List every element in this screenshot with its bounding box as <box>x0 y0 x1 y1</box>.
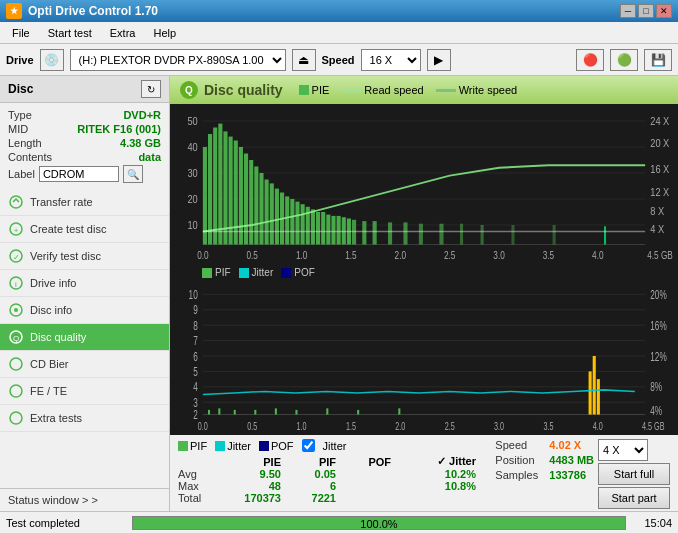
sidebar-item-cd-bier[interactable]: CD Bier <box>0 351 169 378</box>
sidebar-item-create-test-disc[interactable]: + Create test disc <box>0 216 169 243</box>
eject-button[interactable]: ⏏ <box>292 49 316 71</box>
sidebar-nav: Transfer rate + Create test disc ✓ Verif… <box>0 189 169 488</box>
stats-table: PIE PIF POF ✓ Jitter Avg 9.50 0.05 <box>178 455 476 504</box>
jitter-checkbox[interactable] <box>302 439 315 452</box>
close-button[interactable]: ✕ <box>656 4 672 18</box>
svg-text:16 X: 16 X <box>650 162 669 175</box>
sidebar-label-fe-te: FE / TE <box>30 385 67 397</box>
cd-bier-icon <box>8 356 24 372</box>
svg-rect-63 <box>316 212 320 245</box>
svg-text:16%: 16% <box>650 319 666 332</box>
max-pif: 6 <box>281 480 336 492</box>
svg-text:2.5: 2.5 <box>445 421 455 433</box>
total-pif: 7221 <box>281 492 336 504</box>
type-label: Type <box>8 109 32 121</box>
sidebar-item-fe-te[interactable]: FE / TE <box>0 378 169 405</box>
sidebar-label-disc-quality: Disc quality <box>30 331 86 343</box>
svg-text:20 X: 20 X <box>650 136 669 149</box>
total-pie: 170373 <box>216 492 281 504</box>
drive-info-icon: i <box>8 275 24 291</box>
svg-text:20%: 20% <box>650 288 666 301</box>
svg-rect-62 <box>311 209 315 244</box>
start-full-button[interactable]: Start full <box>598 463 670 485</box>
svg-rect-81 <box>604 226 606 244</box>
sidebar-item-drive-info[interactable]: i Drive info <box>0 270 169 297</box>
disc-quality-icon-badge: Q <box>180 81 198 99</box>
start-part-button[interactable]: Start part <box>598 487 670 509</box>
menu-start-test[interactable]: Start test <box>40 25 100 41</box>
pif-header: PIF <box>281 455 336 468</box>
svg-rect-116 <box>208 410 210 415</box>
menu-extra[interactable]: Extra <box>102 25 144 41</box>
save-button[interactable]: 💾 <box>644 49 672 71</box>
drive-label: Drive <box>6 54 34 66</box>
svg-rect-121 <box>295 410 297 415</box>
svg-text:9: 9 <box>193 304 198 317</box>
svg-text:10: 10 <box>187 218 197 231</box>
pif-legend-color <box>202 268 212 278</box>
extra-tests-icon <box>8 410 24 426</box>
buttons-section: 4 X Start full Start part <box>598 439 670 509</box>
status-text: Test completed <box>6 517 126 529</box>
svg-text:4 X: 4 X <box>650 222 664 235</box>
stats-section: PIF Jitter POF Jitter <box>178 439 491 504</box>
svg-rect-124 <box>398 408 400 414</box>
transfer-rate-icon <box>8 194 24 210</box>
status-window-button[interactable]: Status window > > <box>0 489 169 511</box>
max-label: Max <box>178 480 216 492</box>
svg-text:6: 6 <box>193 350 198 363</box>
samples-value: 133786 <box>549 469 586 481</box>
legend: PIE Read speed Write speed <box>299 84 518 96</box>
write-speed-legend-label: Write speed <box>459 84 518 96</box>
disc-quality-icon: Q <box>8 329 24 345</box>
sidebar-footer: Status window > > <box>0 488 169 511</box>
sidebar-item-extra-tests[interactable]: Extra tests <box>0 405 169 432</box>
speed-select[interactable]: 16 X <box>361 49 421 71</box>
contents-value: data <box>138 151 161 163</box>
svg-text:4.5 GB: 4.5 GB <box>647 250 673 261</box>
svg-text:1.0: 1.0 <box>297 421 307 433</box>
title-bar: ★ Opti Drive Control 1.70 ─ □ ✕ <box>0 0 678 22</box>
sidebar-item-transfer-rate[interactable]: Transfer rate <box>0 189 169 216</box>
max-jitter: 10.8% <box>411 480 476 492</box>
drive-select[interactable]: (H:) PLEXTOR DVDR PX-890SA 1.00 <box>70 49 286 71</box>
svg-rect-73 <box>388 222 392 244</box>
minimize-button[interactable]: ─ <box>620 4 636 18</box>
svg-point-12 <box>10 385 22 397</box>
svg-rect-76 <box>439 224 443 245</box>
play-button[interactable]: ▶ <box>427 49 451 71</box>
svg-rect-119 <box>254 410 256 415</box>
label-input[interactable] <box>39 166 119 182</box>
sidebar-item-verify-test-disc[interactable]: ✓ Verify test disc <box>0 243 169 270</box>
sidebar-item-disc-info[interactable]: Disc info <box>0 297 169 324</box>
speed-combo-select[interactable]: 4 X <box>598 439 648 461</box>
sidebar-item-disc-quality[interactable]: Q Disc quality <box>0 324 169 351</box>
svg-rect-122 <box>326 408 328 414</box>
jitter-check-label: Jitter <box>323 440 347 452</box>
upper-chart: 50 40 30 20 10 24 X 20 X 16 X 12 X 8 X 4… <box>172 108 676 264</box>
app-icon: ★ <box>6 3 22 19</box>
svg-text:2.0: 2.0 <box>395 421 405 433</box>
svg-text:4.0: 4.0 <box>592 250 603 261</box>
right-panel: Speed 4.02 X Position 4483 MB Samples 13… <box>495 439 670 509</box>
svg-rect-48 <box>239 147 243 245</box>
sidebar-label-transfer-rate: Transfer rate <box>30 196 93 208</box>
svg-text:Q: Q <box>13 334 19 343</box>
jitter-stat-label: Jitter <box>227 440 251 452</box>
svg-rect-79 <box>511 225 514 245</box>
refresh-button[interactable]: ↻ <box>141 80 161 98</box>
svg-text:4%: 4% <box>650 404 662 417</box>
svg-rect-67 <box>337 216 341 245</box>
svg-point-0 <box>10 196 22 208</box>
label-search-button[interactable]: 🔍 <box>123 165 143 183</box>
svg-rect-41 <box>203 147 207 245</box>
maximize-button[interactable]: □ <box>638 4 654 18</box>
disk-red-button[interactable]: 🔴 <box>576 49 604 71</box>
speed-value: 4.02 X <box>549 439 581 451</box>
menu-file[interactable]: File <box>4 25 38 41</box>
menu-help[interactable]: Help <box>145 25 184 41</box>
svg-rect-77 <box>460 224 463 245</box>
svg-rect-59 <box>295 202 299 245</box>
svg-text:3.0: 3.0 <box>494 421 504 433</box>
disk-green-button[interactable]: 🟢 <box>610 49 638 71</box>
